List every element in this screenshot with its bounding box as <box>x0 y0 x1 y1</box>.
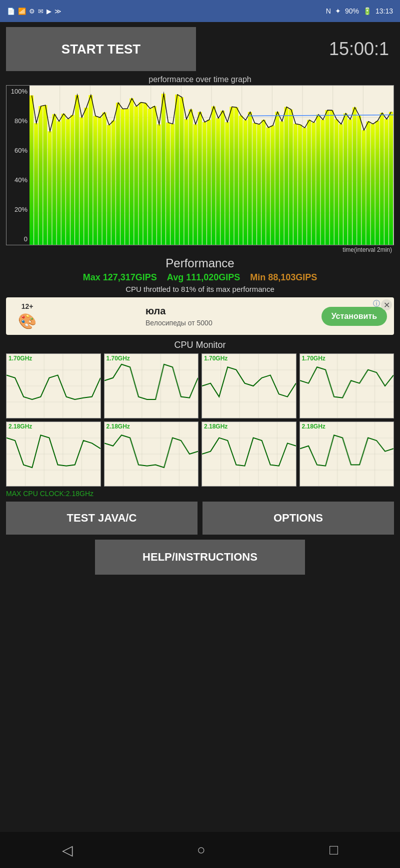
stat-max: Max 127,317GIPS <box>83 272 157 283</box>
stat-avg: Avg 111,020GIPS <box>167 272 240 283</box>
max-cpu-clock-label: MAX CPU CLOCK:2.18GHz <box>6 490 394 498</box>
graph-canvas-wrapper <box>30 86 394 245</box>
performance-title: Performance <box>6 256 394 270</box>
battery-icon: 🔋 <box>363 7 372 15</box>
options-button[interactable]: OPTIONS <box>202 502 394 535</box>
cpu-core-7-canvas <box>202 422 296 486</box>
status-right: N ✦ 90% 🔋 13:13 <box>326 7 393 15</box>
cpu-core-2-label: 1.70GHz <box>106 355 130 362</box>
nav-bar: ◁ ○ □ <box>0 832 400 868</box>
status-bar: 📄 📶 ⚙ ✉ ▶ ≫ N ✦ 90% 🔋 13:13 <box>0 0 400 22</box>
performance-graph-container: performance over time graph 100% 80% 60%… <box>6 75 394 253</box>
cpu-core-7-label: 2.18GHz <box>204 423 228 430</box>
cpu-core-4-canvas <box>300 354 394 418</box>
ad-text-area: юла Велосипеды от 5000 <box>146 305 212 327</box>
battery-percent: 90% <box>345 7 359 15</box>
settings-icon: ⚙ <box>29 8 35 15</box>
cpu-core-5-canvas <box>6 422 100 486</box>
y-label-40: 40% <box>14 176 28 184</box>
ad-subtitle: Велосипеды от 5000 <box>146 319 212 327</box>
y-label-60: 60% <box>14 147 28 154</box>
cpu-core-4: 1.70GHz <box>300 353 394 418</box>
y-label-0: 0 <box>24 235 28 243</box>
cpu-core-4-label: 1.70GHz <box>302 355 326 362</box>
cpu-grid: 1.70GHz 1.70GHz 1.70GHz 1.70GHz 2.18GHz … <box>6 353 394 487</box>
timer-display: 15:00:1 <box>329 39 394 60</box>
ad-icon-area: 12+ 🎨 <box>18 302 36 330</box>
y-axis-labels: 100% 80% 60% 40% 20% 0 <box>6 86 30 245</box>
x-axis-label: time(interval 2min) <box>6 246 394 253</box>
ad-logo: 🎨 <box>18 312 36 330</box>
main-content: START TEST 15:00:1 performance over time… <box>0 22 400 585</box>
cpu-core-2-canvas <box>104 354 198 418</box>
ad-info-icon[interactable]: ⓘ <box>373 299 380 308</box>
stat-min: Min 88,103GIPS <box>250 272 317 283</box>
cpu-core-3: 1.70GHz <box>202 353 296 418</box>
cpu-core-1-label: 1.70GHz <box>8 355 32 362</box>
cpu-core-1: 1.70GHz <box>6 353 101 418</box>
recent-button[interactable]: □ <box>330 842 338 858</box>
cpu-core-6: 2.18GHz <box>104 421 199 487</box>
performance-canvas <box>30 86 394 245</box>
signal-icon: ≫ <box>54 8 62 15</box>
graph-title: performance over time graph <box>6 75 394 84</box>
cpu-core-2: 1.70GHz <box>104 353 199 418</box>
bottom-buttons: TEST JAVA/C OPTIONS <box>6 502 394 535</box>
cpu-core-5-label: 2.18GHz <box>8 423 32 430</box>
cpu-core-6-label: 2.18GHz <box>106 423 130 430</box>
test-javac-button[interactable]: TEST JAVA/C <box>6 502 198 535</box>
cpu-core-8-label: 2.18GHz <box>302 423 326 430</box>
cpu-core-3-label: 1.70GHz <box>204 355 228 362</box>
message-icon: ✉ <box>38 8 44 15</box>
cpu-core-5: 2.18GHz <box>6 421 101 487</box>
ad-close-icon[interactable]: ✕ <box>381 299 392 310</box>
top-row: START TEST 15:00:1 <box>6 27 394 71</box>
performance-stats: Max 127,317GIPS Avg 111,020GIPS Min 88,1… <box>6 272 394 283</box>
back-button[interactable]: ◁ <box>62 842 73 858</box>
nfc-icon: N <box>326 7 331 15</box>
start-test-button[interactable]: START TEST <box>6 27 196 71</box>
y-label-20: 20% <box>14 206 28 213</box>
graph-area: 100% 80% 60% 40% 20% 0 <box>6 85 394 245</box>
file-icon: 📄 <box>7 8 15 15</box>
y-label-100: 100% <box>11 88 28 95</box>
clock: 13:13 <box>376 7 393 15</box>
home-button[interactable]: ○ <box>197 842 206 858</box>
status-icons-left: 📄 📶 ⚙ ✉ ▶ ≫ <box>7 8 62 15</box>
bluetooth-icon: ✦ <box>335 7 341 15</box>
y-label-80: 80% <box>14 117 28 125</box>
help-instructions-button[interactable]: HELP/INSTRUCTIONS <box>95 540 305 575</box>
ad-title: юла <box>146 305 212 317</box>
ad-age-label: 12+ <box>22 302 34 310</box>
cpu-core-7: 2.18GHz <box>202 421 296 487</box>
ad-install-button[interactable]: Установить <box>322 307 387 326</box>
cpu-core-3-canvas <box>202 354 296 418</box>
throttle-text: CPU throttled to 81% of its max performa… <box>6 285 394 293</box>
cpu-core-6-canvas <box>104 422 198 486</box>
cpu-core-1-canvas <box>6 354 100 418</box>
ad-banner: 12+ 🎨 юла Велосипеды от 5000 Установить … <box>6 297 394 335</box>
cpu-monitor-title: CPU Monitor <box>6 340 394 350</box>
cpu-core-8-canvas <box>300 422 394 486</box>
wifi-icon: 📶 <box>18 8 26 15</box>
cpu-core-8: 2.18GHz <box>300 421 394 487</box>
play-icon: ▶ <box>46 8 52 15</box>
